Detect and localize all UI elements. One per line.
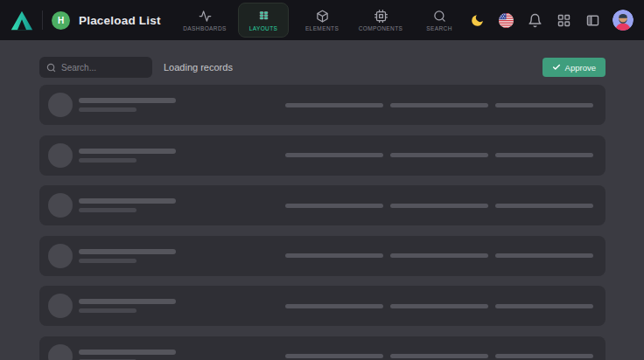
skeleton-text-lines (79, 350, 176, 360)
language-selector[interactable] (497, 11, 514, 29)
bell-icon (528, 13, 542, 28)
skeleton-line (79, 259, 136, 263)
skeleton-line (79, 149, 176, 154)
skeleton-bar (495, 153, 593, 157)
navbar-right-icons (468, 0, 634, 40)
skeleton-text-lines (79, 198, 176, 212)
nav-item-label: DASHBOARDS (183, 25, 227, 31)
nav-item-label: SEARCH (426, 25, 452, 31)
skeleton-bar (285, 304, 383, 308)
placeload-list (39, 85, 606, 360)
skeleton-bar (390, 354, 488, 358)
skeleton-list-row (39, 85, 606, 125)
apps-grid-icon (556, 13, 571, 28)
top-navbar: H Placeload List DASHBOARDS LAYOUTS ELEM… (0, 0, 644, 40)
skeleton-line (79, 299, 176, 304)
skeleton-list-row (39, 336, 606, 360)
skeleton-bars (285, 204, 593, 208)
skeleton-bar (390, 304, 488, 308)
search-icon (433, 10, 446, 23)
skeleton-line (79, 308, 136, 313)
skeleton-line (79, 350, 176, 355)
skeleton-bars (285, 153, 593, 157)
nav-item-label: LAYOUTS (249, 25, 278, 31)
divider (42, 10, 43, 30)
list-toolbar: Loading records Approve (39, 57, 606, 78)
user-avatar[interactable] (612, 10, 634, 31)
skeleton-line (79, 249, 176, 254)
skeleton-bar (285, 153, 383, 157)
skeleton-list-row (39, 286, 606, 326)
sidebar-toggle-icon (585, 13, 600, 28)
chip-icon (374, 10, 388, 23)
search-icon (46, 63, 56, 73)
skeleton-bar (495, 354, 593, 358)
skeleton-line (79, 107, 136, 112)
skeleton-bar (495, 204, 593, 208)
dark-mode-toggle[interactable] (468, 11, 486, 29)
user-avatar-image (612, 10, 634, 31)
nav-item-layouts[interactable]: LAYOUTS (238, 3, 289, 38)
skeleton-line (79, 98, 176, 103)
approve-button[interactable]: Approve (542, 58, 606, 77)
skeleton-line (79, 208, 136, 212)
nav-item-label: COMPONENTS (359, 25, 403, 31)
skeleton-bar (390, 153, 488, 157)
nav-item-elements[interactable]: ELEMENTS (297, 3, 347, 38)
check-icon (552, 63, 561, 72)
page-content: Loading records Approve (0, 40, 644, 360)
skeleton-text-lines (79, 249, 176, 263)
loading-status-text: Loading records (164, 62, 233, 73)
skeleton-list-row (39, 185, 606, 225)
moon-icon (470, 13, 485, 28)
activity-icon (199, 10, 212, 23)
brand: H Placeload List (10, 10, 161, 31)
skeleton-bar (390, 253, 488, 258)
search-box (39, 57, 152, 78)
skeleton-bar (285, 354, 383, 358)
skeleton-bar (390, 103, 488, 107)
skeleton-bar (285, 253, 383, 258)
skeleton-list-row (39, 236, 606, 276)
search-input[interactable] (61, 63, 145, 73)
skeleton-avatar (48, 93, 73, 117)
skeleton-text-lines (79, 149, 176, 163)
skeleton-list-row (39, 135, 606, 176)
skeleton-avatar (48, 294, 73, 318)
skeleton-bar (390, 204, 488, 208)
app-badge: H (52, 11, 70, 30)
skeleton-bars (285, 103, 593, 107)
notifications-button[interactable] (526, 11, 543, 29)
nav-item-components[interactable]: COMPONENTS (355, 3, 406, 38)
nav-item-dashboards[interactable]: DASHBOARDS (179, 3, 230, 38)
skeleton-bar (495, 304, 593, 308)
skeleton-bar (285, 204, 383, 208)
skeleton-avatar (48, 193, 73, 218)
page-title: Placeload List (79, 14, 161, 27)
skeleton-avatar (48, 244, 73, 268)
main-nav: DASHBOARDS LAYOUTS ELEMENTS (179, 0, 465, 40)
skeleton-avatar (48, 143, 73, 168)
nav-item-search[interactable]: SEARCH (414, 3, 465, 38)
skeleton-text-lines (79, 299, 176, 313)
skeleton-bar (495, 253, 593, 258)
skeleton-avatar (48, 344, 73, 360)
skeleton-line (79, 198, 176, 204)
skeleton-line (79, 158, 136, 163)
apps-menu-button[interactable] (555, 11, 572, 29)
skeleton-bar (285, 103, 383, 107)
skeleton-text-lines (79, 98, 176, 112)
nav-item-label: ELEMENTS (305, 25, 339, 31)
skeleton-bar (495, 103, 593, 107)
sidebar-toggle-button[interactable] (584, 11, 601, 29)
skeleton-bars (285, 253, 593, 258)
skeleton-bars (285, 304, 593, 308)
grid-squares-icon (257, 10, 270, 23)
cube-icon (316, 10, 329, 23)
us-flag-icon (499, 13, 514, 28)
app-logo-icon[interactable] (10, 10, 33, 31)
approve-button-label: Approve (565, 63, 596, 73)
skeleton-bars (285, 354, 593, 358)
